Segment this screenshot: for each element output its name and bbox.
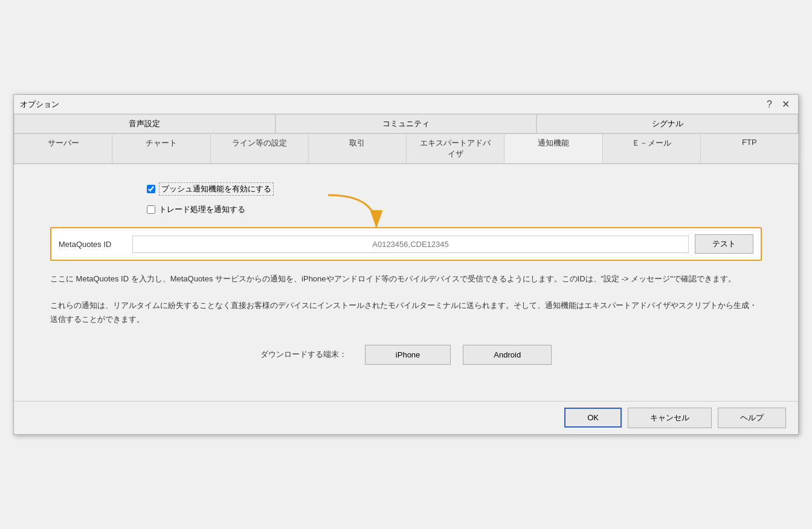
- tab-notification[interactable]: 通知機能: [504, 133, 602, 163]
- trade-checkbox-row: トレード処理を通知する: [147, 204, 762, 215]
- push-enabled-checkbox[interactable]: [147, 185, 155, 193]
- tab-group-signal[interactable]: シグナル: [536, 114, 798, 133]
- tab-row-2: サーバー チャート ライン等の設定 取引 エキスパートアドバイザ 通知機能 Ｅ－…: [14, 133, 798, 164]
- android-button[interactable]: Android: [463, 345, 552, 365]
- title-bar: オプション ? ✕: [14, 95, 798, 114]
- push-enabled-label[interactable]: プッシュ通知機能を有効にする: [159, 182, 274, 196]
- ok-button[interactable]: OK: [564, 408, 622, 428]
- close-button[interactable]: ✕: [779, 98, 792, 110]
- description-text-1: ここに MetaQuotes ID を入力し、MetaQuotes サービスから…: [50, 272, 762, 286]
- tab-trade[interactable]: 取引: [308, 133, 407, 163]
- cancel-button[interactable]: キャンセル: [628, 408, 712, 428]
- trade-notify-label[interactable]: トレード処理を通知する: [159, 204, 245, 215]
- dialog-title: オプション: [20, 99, 59, 110]
- test-button[interactable]: テスト: [695, 234, 753, 254]
- download-row: ダウンロードする端末： iPhone Android: [50, 345, 762, 365]
- metaquotes-row: MetaQuotes ID テスト: [50, 227, 762, 261]
- arrow-icon: [280, 192, 401, 240]
- metaquotes-input[interactable]: [132, 236, 689, 253]
- help-footer-button[interactable]: ヘルプ: [718, 408, 786, 428]
- iphone-button[interactable]: iPhone: [365, 345, 451, 365]
- push-checkbox-row: プッシュ通知機能を有効にする: [147, 182, 762, 196]
- footer: OK キャンセル ヘルプ: [14, 401, 798, 434]
- title-bar-controls: ? ✕: [764, 98, 792, 110]
- tab-chart[interactable]: チャート: [112, 133, 210, 163]
- options-dialog: オプション ? ✕ 音声設定 コミュニティ シグナル サーバー チャート ライン…: [13, 94, 799, 434]
- help-button[interactable]: ?: [764, 99, 775, 110]
- trade-notify-checkbox[interactable]: [147, 205, 155, 214]
- tab-expert-advisor[interactable]: エキスパートアドバイザ: [406, 133, 504, 163]
- tab-email[interactable]: Ｅ－メール: [602, 133, 701, 163]
- tab-line-settings[interactable]: ライン等の設定: [210, 133, 309, 163]
- tab-ftp[interactable]: FTP: [700, 133, 799, 163]
- metaquotes-label: MetaQuotes ID: [59, 240, 125, 249]
- description-text-2: これらの通知は、リアルタイムに紛失することなく直接お客様のデバイスにインストール…: [50, 298, 762, 327]
- tab-row-1: 音声設定 コミュニティ シグナル: [14, 114, 798, 133]
- tab-group-voice[interactable]: 音声設定: [14, 114, 276, 133]
- content-area: プッシュ通知機能を有効にする トレード処理を通知する MetaQuotes ID…: [14, 164, 798, 400]
- download-label: ダウンロードする端末：: [260, 349, 347, 360]
- tab-server[interactable]: サーバー: [14, 133, 112, 163]
- tab-group-community[interactable]: コミュニティ: [276, 114, 537, 133]
